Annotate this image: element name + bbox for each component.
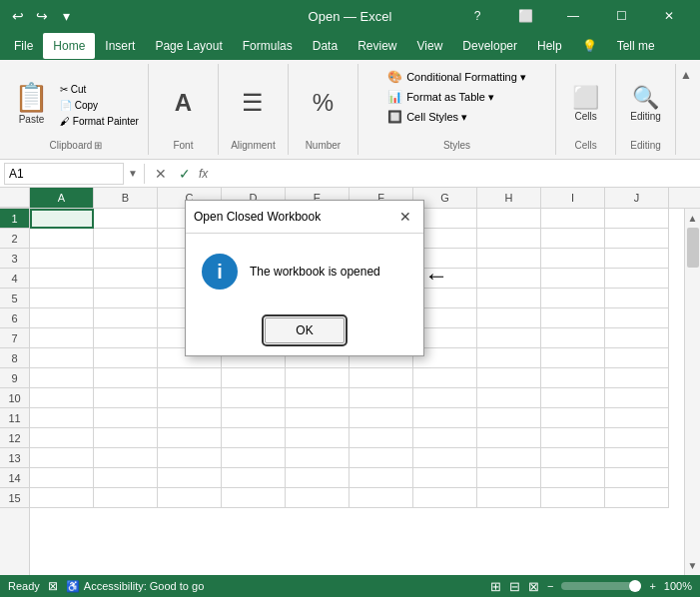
dialog-footer: OK xyxy=(186,309,423,355)
dialog-titlebar: Open Closed Workbook ✕ xyxy=(186,201,423,234)
dialog-close-button[interactable]: ✕ xyxy=(395,207,415,227)
info-icon: i xyxy=(202,254,238,290)
dialog: Open Closed Workbook ✕ i The workbook is… xyxy=(185,200,424,356)
dialog-body: i The workbook is opened xyxy=(186,234,423,309)
dialog-message: The workbook is opened xyxy=(250,265,380,279)
ok-button[interactable]: OK xyxy=(265,317,345,343)
arrow-indicator: ← xyxy=(424,262,448,290)
dialog-title: Open Closed Workbook xyxy=(194,210,321,224)
dialog-overlay: Open Closed Workbook ✕ i The workbook is… xyxy=(0,0,700,597)
